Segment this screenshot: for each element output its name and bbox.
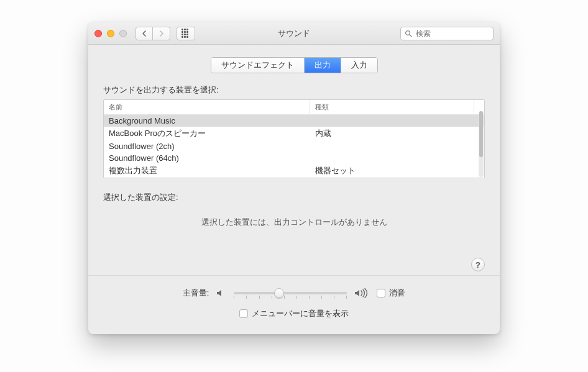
show-all-button[interactable] bbox=[177, 27, 195, 40]
selected-device-settings-label: 選択した装置の設定: bbox=[103, 192, 485, 203]
window-title: サウンド bbox=[278, 28, 310, 39]
window-controls bbox=[94, 30, 127, 37]
col-type[interactable]: 種類 bbox=[310, 100, 474, 114]
table-row[interactable]: Soundflower (2ch) bbox=[104, 140, 484, 152]
table-row[interactable]: Background Music bbox=[104, 115, 484, 127]
help-icon: ? bbox=[475, 260, 480, 270]
device-name: Background Music bbox=[104, 115, 310, 127]
mute-label: 消音 bbox=[389, 288, 405, 299]
table-row[interactable]: Soundflower (64ch) bbox=[104, 152, 484, 164]
system-preferences-window: サウンド サウンドエフェクト 出力 入力 サウンドを出力する装置を選択: 名前 … bbox=[88, 22, 500, 334]
tab-output[interactable]: 出力 bbox=[305, 58, 341, 73]
divider bbox=[88, 275, 500, 276]
titlebar: サウンド bbox=[88, 22, 500, 45]
table-row[interactable]: 複数出力装置機器セット bbox=[104, 164, 484, 178]
mute-checkbox[interactable] bbox=[377, 289, 385, 297]
no-output-controls-text: 選択した装置には、出力コントロールがありません bbox=[103, 217, 485, 228]
close-button[interactable] bbox=[94, 30, 102, 37]
search-icon bbox=[405, 30, 412, 37]
svg-line-1 bbox=[410, 34, 411, 36]
table-header: 名前 種類 bbox=[104, 100, 484, 115]
device-type: 機器セット bbox=[310, 164, 484, 178]
device-name: Soundflower (2ch) bbox=[104, 140, 310, 152]
scrollbar-thumb[interactable] bbox=[479, 111, 483, 157]
forward-button[interactable] bbox=[153, 27, 170, 40]
help-button[interactable]: ? bbox=[471, 258, 485, 271]
chevron-left-icon bbox=[142, 30, 147, 37]
select-output-label: サウンドを出力する装置を選択: bbox=[103, 84, 485, 96]
device-type: 内蔵 bbox=[310, 127, 484, 140]
device-name: Soundflower (64ch) bbox=[104, 152, 310, 164]
slider-ticks bbox=[234, 296, 347, 299]
table-row[interactable]: MacBook Proのスピーカー内蔵 bbox=[104, 127, 484, 140]
scrollbar[interactable] bbox=[479, 111, 484, 177]
device-type bbox=[310, 152, 484, 164]
slider-track bbox=[234, 292, 347, 294]
zoom-button-disabled bbox=[119, 30, 127, 37]
device-name: 複数出力装置 bbox=[104, 164, 310, 178]
back-button[interactable] bbox=[136, 27, 153, 40]
master-volume-row: 主音量: 消音 bbox=[103, 287, 485, 299]
chevron-right-icon bbox=[159, 30, 164, 37]
tab-sound-effects[interactable]: サウンドエフェクト bbox=[211, 58, 305, 73]
speaker-low-icon bbox=[216, 289, 226, 297]
device-table: 名前 種類 Background MusicMacBook Proのスピーカー内… bbox=[103, 99, 485, 178]
master-volume-label: 主音量: bbox=[183, 288, 209, 299]
device-name: MacBook Proのスピーカー bbox=[104, 127, 310, 140]
slider-thumb[interactable] bbox=[274, 288, 284, 298]
minimize-button[interactable] bbox=[107, 30, 114, 37]
search-field[interactable] bbox=[400, 27, 494, 40]
show-in-menubar-checkbox[interactable] bbox=[239, 309, 248, 318]
device-type bbox=[310, 115, 484, 127]
tab-bar: サウンドエフェクト 出力 入力 bbox=[211, 57, 378, 73]
speaker-high-icon bbox=[354, 288, 369, 298]
device-type bbox=[310, 140, 484, 152]
content: サウンドエフェクト 出力 入力 サウンドを出力する装置を選択: 名前 種類 Ba… bbox=[88, 45, 500, 334]
nav-buttons bbox=[136, 27, 170, 40]
tab-input[interactable]: 入力 bbox=[341, 58, 377, 73]
show-in-menubar-label: メニューバーに音量を表示 bbox=[252, 308, 349, 319]
search-input[interactable] bbox=[415, 29, 489, 39]
master-volume-slider[interactable] bbox=[234, 287, 347, 299]
col-name[interactable]: 名前 bbox=[104, 100, 310, 114]
table-body: Background MusicMacBook Proのスピーカー内蔵Sound… bbox=[104, 115, 484, 178]
grid-icon bbox=[181, 29, 190, 38]
